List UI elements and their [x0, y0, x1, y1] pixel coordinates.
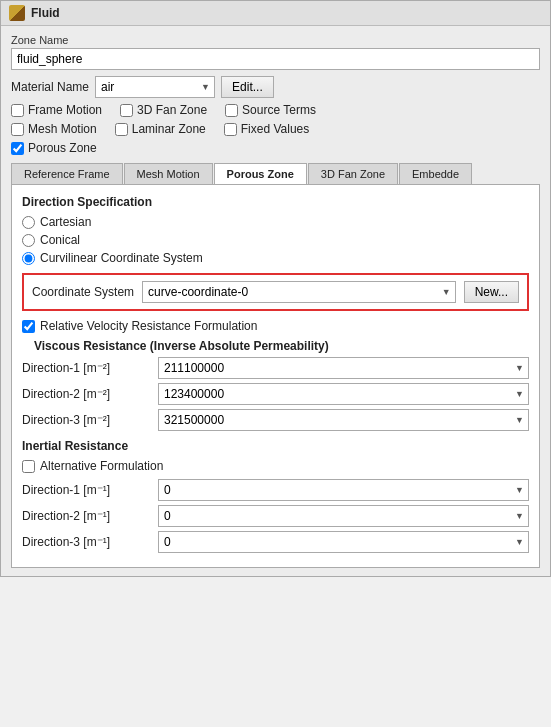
viscous-dir2-label: Direction-2 [m⁻²]: [22, 387, 152, 401]
material-select[interactable]: air: [95, 76, 215, 98]
app-icon: [9, 5, 25, 21]
inertial-dir1-field[interactable]: [158, 479, 529, 501]
checkboxes-row1: Frame Motion 3D Fan Zone Source Terms: [11, 103, 540, 117]
porous-zone-tab-content: Direction Specification Cartesian Conica…: [11, 185, 540, 568]
material-name-label: Material Name: [11, 80, 89, 94]
relative-velocity-label: Relative Velocity Resistance Formulation: [40, 319, 257, 333]
zone-name-label: Zone Name: [11, 34, 540, 46]
porous-zone-label: Porous Zone: [28, 141, 97, 155]
mesh-motion-checkbox[interactable]: [11, 123, 24, 136]
inertial-dir3-row: Direction-3 [m⁻¹]: [22, 531, 529, 553]
tab-mesh-motion[interactable]: Mesh Motion: [124, 163, 213, 184]
viscous-dir1-row: Direction-1 [m⁻²]: [22, 357, 529, 379]
coordinate-system-box: Coordinate System curve-coordinate-0 New…: [22, 273, 529, 311]
viscous-dir3-row: Direction-3 [m⁻²]: [22, 409, 529, 431]
viscous-dir1-label: Direction-1 [m⁻²]: [22, 361, 152, 375]
inertial-dir3-input[interactable]: [158, 531, 529, 553]
tab-reference-frame[interactable]: Reference Frame: [11, 163, 123, 184]
viscous-dir3-field[interactable]: [158, 409, 529, 431]
inertial-dir1-input[interactable]: [158, 479, 529, 501]
alt-formulation-text: Alternative Formulation: [40, 459, 163, 473]
relative-velocity-checkbox[interactable]: [22, 320, 35, 333]
viscous-dir2-input[interactable]: [158, 383, 529, 405]
radio-curvilinear-input[interactable]: [22, 252, 35, 265]
coord-system-select-wrapper[interactable]: curve-coordinate-0: [142, 281, 456, 303]
tab-embedded[interactable]: Embedde: [399, 163, 472, 184]
title-bar: Fluid: [1, 1, 550, 26]
checkboxes-row2: Mesh Motion Laminar Zone Fixed Values: [11, 122, 540, 136]
fixed-values-checkbox[interactable]: [224, 123, 237, 136]
inertial-dir1-label: Direction-1 [m⁻¹]: [22, 483, 152, 497]
inertial-dir3-field[interactable]: [158, 531, 529, 553]
fan-zone-3d-label: 3D Fan Zone: [137, 103, 207, 117]
source-terms-label: Source Terms: [242, 103, 316, 117]
radio-curvilinear[interactable]: Curvilinear Coordinate System: [22, 251, 529, 265]
radio-cartesian[interactable]: Cartesian: [22, 215, 529, 229]
alt-formulation-label[interactable]: Alternative Formulation: [22, 459, 529, 473]
alt-formulation-checkbox[interactable]: [22, 460, 35, 473]
inertial-dir2-input[interactable]: [158, 505, 529, 527]
inertial-dir3-label: Direction-3 [m⁻¹]: [22, 535, 152, 549]
frame-motion-checkbox-label[interactable]: Frame Motion: [11, 103, 102, 117]
source-terms-checkbox-label[interactable]: Source Terms: [225, 103, 316, 117]
zone-name-input[interactable]: [11, 48, 540, 70]
inertial-dir1-row: Direction-1 [m⁻¹]: [22, 479, 529, 501]
viscous-dir2-field[interactable]: [158, 383, 529, 405]
viscous-dir3-label: Direction-3 [m⁻²]: [22, 413, 152, 427]
fan-zone-3d-checkbox-label[interactable]: 3D Fan Zone: [120, 103, 207, 117]
inertial-dir2-row: Direction-2 [m⁻¹]: [22, 505, 529, 527]
radio-conical-label: Conical: [40, 233, 80, 247]
radio-conical-input[interactable]: [22, 234, 35, 247]
laminar-zone-label: Laminar Zone: [132, 122, 206, 136]
new-button[interactable]: New...: [464, 281, 519, 303]
radio-cartesian-label: Cartesian: [40, 215, 91, 229]
tab-bar: Reference Frame Mesh Motion Porous Zone …: [11, 163, 540, 185]
mesh-motion-label: Mesh Motion: [28, 122, 97, 136]
porous-zone-checkbox-label[interactable]: Porous Zone: [11, 141, 97, 155]
fixed-values-label: Fixed Values: [241, 122, 309, 136]
radio-curvilinear-label: Curvilinear Coordinate System: [40, 251, 203, 265]
viscous-dir1-field[interactable]: [158, 357, 529, 379]
viscous-dir1-input[interactable]: [158, 357, 529, 379]
fixed-values-checkbox-label[interactable]: Fixed Values: [224, 122, 309, 136]
fan-zone-3d-checkbox[interactable]: [120, 104, 133, 117]
laminar-zone-checkbox-label[interactable]: Laminar Zone: [115, 122, 206, 136]
viscous-dir3-input[interactable]: [158, 409, 529, 431]
edit-button[interactable]: Edit...: [221, 76, 274, 98]
inertial-dir2-field[interactable]: [158, 505, 529, 527]
relative-velocity-checkbox-label[interactable]: Relative Velocity Resistance Formulation: [22, 319, 529, 333]
frame-motion-checkbox[interactable]: [11, 104, 24, 117]
inertial-resistance-title: Inertial Resistance: [22, 439, 529, 453]
laminar-zone-checkbox[interactable]: [115, 123, 128, 136]
fluid-dialog: Fluid Zone Name Material Name air Edit..…: [0, 0, 551, 577]
mesh-motion-checkbox-label[interactable]: Mesh Motion: [11, 122, 97, 136]
checkboxes-row3: Porous Zone: [11, 141, 540, 155]
radio-conical[interactable]: Conical: [22, 233, 529, 247]
coord-system-label: Coordinate System: [32, 285, 134, 299]
tab-3d-fan-zone[interactable]: 3D Fan Zone: [308, 163, 398, 184]
frame-motion-label: Frame Motion: [28, 103, 102, 117]
viscous-dir2-row: Direction-2 [m⁻²]: [22, 383, 529, 405]
inertial-dir2-label: Direction-2 [m⁻¹]: [22, 509, 152, 523]
material-select-wrapper[interactable]: air: [95, 76, 215, 98]
radio-cartesian-input[interactable]: [22, 216, 35, 229]
window-title: Fluid: [31, 6, 60, 20]
source-terms-checkbox[interactable]: [225, 104, 238, 117]
porous-zone-checkbox[interactable]: [11, 142, 24, 155]
viscous-resistance-title: Viscous Resistance (Inverse Absolute Per…: [34, 339, 529, 353]
coord-system-select[interactable]: curve-coordinate-0: [142, 281, 456, 303]
direction-spec-title: Direction Specification: [22, 195, 529, 209]
tab-porous-zone[interactable]: Porous Zone: [214, 163, 307, 185]
